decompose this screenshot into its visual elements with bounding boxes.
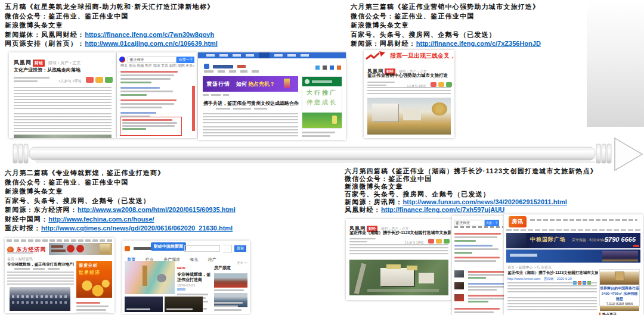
- text-line: 财经中国网：http://www.fechina.com.cn/house/: [5, 215, 236, 224]
- aerial-render-photo: [349, 260, 448, 295]
- report-text: 新浪微博头条文章: [351, 21, 409, 29]
- hyperlink[interactable]: http://www.funxun.com/news/34/2020629152…: [403, 198, 567, 205]
- search-input: 鉴正伟业: [128, 57, 177, 63]
- stock-arrow-icon: [365, 51, 389, 61]
- mural-photo: [125, 261, 175, 294]
- hyperlink[interactable]: http://www.fechina.com.cn/house/: [48, 216, 154, 223]
- text-line: 新浪微博头条文章: [5, 21, 218, 30]
- link-label: 财经中国网：: [5, 216, 48, 223]
- text-line: 网页源安排（刷首页）：http://www.01caijing.com.cn/c…: [5, 39, 218, 49]
- article-meta-placeholder: [14, 268, 60, 270]
- result-tabs-placeholder: [454, 226, 503, 228]
- funxun-logo: 房讯: [509, 216, 527, 227]
- link-label: 新闻源：东方经济网：: [5, 206, 78, 213]
- article-meta-placeholder: [216, 108, 267, 110]
- report-text: 微信公众号：鉴正伟业中国: [345, 175, 432, 182]
- report-text: 六月第三篇稿《鉴正伟业营销中心强势助力城市文旅打造》: [351, 3, 540, 10]
- baidu-logo-icon: [119, 57, 125, 63]
- screenshot-funxun-article: 房讯 中粮国际广场 荣华海路 · 时尚中轴心区 5790 6666 首页 > 新…: [504, 214, 643, 315]
- screenshot-01caijing-article: 震荡行情 如何 抢占先机？ 携手共进，鉴正伟业与贵州文投达成战略合作 大行推广 …: [198, 52, 346, 140]
- link-label: 凤凰财经：: [345, 206, 381, 213]
- sidebar-ad-economy: 深度分析 世界经济: [76, 261, 112, 298]
- hyperlink[interactable]: https://finance.ifeng.com/c/7wn30w8qoyh: [85, 31, 214, 38]
- site-badge: 财经中国网新闻: [151, 242, 186, 251]
- hyperlink[interactable]: http://www.01caijing.com.cn/c/106639.htm…: [85, 40, 218, 47]
- baidu-search-button: 百度一下: [485, 220, 499, 226]
- report-text: 百家号、头条号、搜房网、企鹅号（已发送）: [5, 197, 150, 204]
- ifeng-finance-badge: 财经: [33, 60, 45, 67]
- link-label: 重庆时报：: [5, 224, 41, 232]
- article-photo-building: [367, 98, 451, 135]
- hyperlink[interactable]: http://finance.ifeng.com/c/7xh597ujAUU: [381, 206, 504, 213]
- text-line: 新闻源：网易财经：http://finance.ifeng.com/c/7xZ3…: [351, 39, 541, 49]
- wechat-icon: [446, 82, 452, 87]
- june-3rd-report-block: 六月第三篇稿《鉴正伟业营销中心强势助力城市文旅打造》微信公众号：鉴正伟业、鉴正伟…: [351, 2, 541, 49]
- result-with-thumb: [454, 282, 505, 293]
- banner-figure: [284, 79, 290, 88]
- banner-phone: 5790 6666: [605, 236, 636, 243]
- share-bar: 1人参与 1评论: [58, 74, 113, 85]
- night-photo-1: [125, 297, 163, 312]
- star-icon: [438, 82, 444, 87]
- hyperlink[interactable]: http://www.cqtimes.cn/news/gd/2020/0616/…: [41, 224, 233, 232]
- gold-coins-image: [76, 277, 112, 298]
- bank-sidebar-ad: 大行推广 伴您成长: [302, 76, 342, 129]
- top-nav-placeholder: [530, 219, 637, 221]
- screenshot-ifeng-article-3: 凤凰网财经财经 › 房产 › 正文 鉴正伟业（湖南）携手长沙·1123文创园打造…: [346, 219, 453, 300]
- link-label: 新闻源：房讯网：: [345, 198, 403, 205]
- text-line: 新闻源：房讯网：http://www.funxun.com/news/34/20…: [345, 198, 597, 206]
- sidebar-list-placeholder: [76, 300, 112, 313]
- june-2nd-report-block: 六月第二篇稿《专业铸就辉煌，鉴正伟业打造商》微信公众号：鉴正伟业、鉴正伟业中国新…: [5, 169, 236, 233]
- report-text: 百家号、头条号、搜房网、企鹅号（已发送）: [351, 31, 496, 38]
- hyperlink[interactable]: http://finance.ifeng.com/c/7xZ356HonJD: [416, 40, 541, 47]
- may-report-block: 五月稿《红星美凯龙全球招商-助力乾和·新天汇打造江津新地标》微信公众号：鉴正伟业…: [5, 2, 218, 49]
- article-title: 文化产业投资：从战略走向落地: [14, 67, 80, 73]
- background-gradient-band: [587, 0, 644, 127]
- bank-logo-row: [302, 77, 342, 86]
- article-crumb-placeholder: [203, 94, 229, 96]
- text-line: 微信公众号：鉴正伟业、鉴正伟业中国: [5, 12, 218, 21]
- search-results-placeholder: [454, 306, 502, 315]
- article-date: 1970-01-01: [177, 283, 212, 287]
- nav-links-placeholder: [506, 229, 640, 231]
- sub-nav-placeholder: [204, 70, 259, 73]
- text-line: 五月稿《红星美凯龙全球招商-助力乾和·新天汇打造江津新地标》: [5, 2, 218, 12]
- section-divider-arrow: [0, 136, 644, 174]
- hyperlink[interactable]: http://www.sw2008.com/html/2020/0615/609…: [78, 206, 236, 213]
- body-text-placeholder: [203, 113, 298, 124]
- breadcrumb: 首页 > 财经资讯: [7, 257, 33, 262]
- body-text-placeholder: [507, 282, 597, 294]
- field-photo: [302, 113, 342, 128]
- article-title: 专业铸就辉煌，鉴正伟业打造商: [177, 272, 212, 282]
- header-icons: [315, 61, 341, 72]
- text-line: 百家号、头条号、搜房网、企鹅号（已发送）: [5, 197, 236, 206]
- text-line: 新闻媒体：凤凰网财经：https://finance.ifeng.com/c/7…: [5, 30, 218, 40]
- thumb-image: [454, 270, 464, 277]
- hot-news-list: 热点资讯: [599, 307, 639, 315]
- text-line: 凤凰财经：http://finance.ifeng.com/c/7xh597uj…: [345, 206, 597, 214]
- wechat-icon: [105, 77, 113, 83]
- breadcrumb: 首页 > 新闻中心 > 行业资讯: [507, 265, 552, 270]
- article-title: 携手共进，鉴正伟业与贵州文投达成战略合作: [203, 100, 299, 107]
- body-text-placeholder: [7, 272, 74, 285]
- banner-ad-stocks: 震荡行情 如何 抢占先机？: [203, 76, 298, 92]
- result-with-thumb: [454, 294, 505, 305]
- share-icon: [428, 239, 434, 244]
- article-meta: http://www.funxun.com 房讯网 2020-6-29: [507, 277, 584, 281]
- banner-ad-secondary: [506, 249, 640, 263]
- text-line: 新浪微博头条文章: [345, 183, 597, 191]
- link-label: 网页源安排（刷首页）：: [5, 40, 85, 47]
- report-text: 新浪微博头条文章: [5, 21, 63, 29]
- ifeng-header: 凤凰网财经财经 › 房产 › 正文: [14, 56, 80, 67]
- banner-title: 中粮国际广场: [530, 236, 566, 244]
- report-text: 微信公众号：鉴正伟业、鉴正伟业中国: [5, 179, 128, 186]
- report-text: 微信公众号：鉴正伟业、鉴正伟业中国: [351, 13, 474, 20]
- sidebar-ad-property: 世界舞台的中国商务作品 2400-4700㎡ 水岸独栋雅墅 T.010-8158…: [599, 269, 640, 306]
- group-photo: [10, 287, 70, 311]
- report-text: 新浪微博头条文章: [345, 183, 403, 190]
- report-text: 百家号、头条号、搜房网、企鹅号（已发送）: [345, 191, 490, 198]
- top-links-placeholder: [7, 239, 113, 242]
- star-icon: [436, 239, 442, 244]
- new-tag: NEW: [177, 266, 185, 270]
- article-title: 鉴正伟业营销中心强势助力城市文旅打造: [367, 73, 452, 79]
